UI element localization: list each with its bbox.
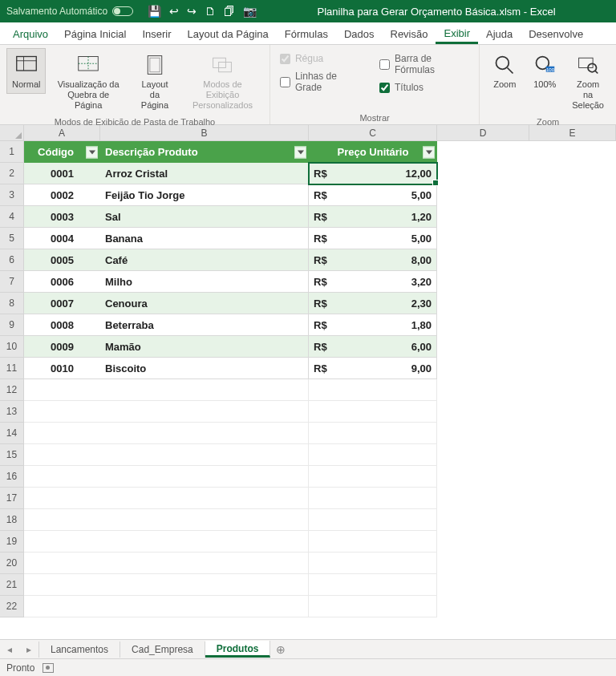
row-header[interactable]: 4 xyxy=(0,206,24,228)
row-header[interactable]: 14 xyxy=(0,423,24,444)
row-header[interactable]: 7 xyxy=(0,271,24,293)
cell-codigo[interactable]: 0005 xyxy=(24,249,100,271)
open-file-icon[interactable]: 🗍 xyxy=(224,5,235,18)
cell-codigo[interactable]: 0010 xyxy=(24,358,100,379)
row-header[interactable]: 10 xyxy=(0,336,24,358)
cell-codigo[interactable]: 0006 xyxy=(24,271,100,293)
cell-descricao[interactable]: Feijão Tio Jorge xyxy=(100,184,309,206)
row-header[interactable]: 1 xyxy=(0,141,24,163)
cell-descricao[interactable]: Café xyxy=(100,249,309,271)
header-descricao[interactable]: Descrição Produto xyxy=(100,141,309,163)
filter-icon[interactable] xyxy=(294,146,306,158)
tab-file[interactable]: Arquivo xyxy=(5,24,56,44)
cell-descricao[interactable]: Milho xyxy=(100,271,309,293)
cell-descricao[interactable]: Mamão xyxy=(100,336,309,358)
sheet-tab-lancamentos[interactable]: Lancamentos xyxy=(38,642,120,658)
cell-preco[interactable]: R$5,00 xyxy=(309,184,437,206)
cell-codigo[interactable]: 0003 xyxy=(24,206,100,228)
cell-preco[interactable]: R$5,00 xyxy=(309,228,437,249)
row-header[interactable]: 21 xyxy=(0,574,24,596)
cell-codigo[interactable]: 0002 xyxy=(24,184,100,206)
row-header[interactable]: 13 xyxy=(0,401,24,423)
row-header[interactable]: 8 xyxy=(0,293,24,314)
page-layout-button[interactable]: Layout da Página xyxy=(131,48,179,115)
filter-icon[interactable] xyxy=(423,146,435,158)
col-header-A[interactable]: A xyxy=(24,125,100,140)
row-header[interactable]: 17 xyxy=(0,488,24,509)
row-header[interactable]: 16 xyxy=(0,466,24,488)
row-header[interactable]: 5 xyxy=(0,228,24,249)
cell-descricao[interactable]: Cenoura xyxy=(100,293,309,314)
macro-record-icon[interactable] xyxy=(43,663,54,673)
normal-view-button[interactable]: Normal xyxy=(6,48,46,94)
sheet-tab-produtos[interactable]: Produtos xyxy=(205,641,271,658)
cell-descricao[interactable]: Banana xyxy=(100,228,309,249)
new-file-icon[interactable]: 🗋 xyxy=(205,5,216,18)
grid[interactable]: 1 Código Descrição Produto Preço Unitári… xyxy=(0,141,616,639)
header-codigo[interactable]: Código xyxy=(24,141,100,163)
cell-codigo[interactable]: 0008 xyxy=(24,314,100,336)
cell-descricao[interactable]: Arroz Cristal xyxy=(100,163,309,184)
col-header-C[interactable]: C xyxy=(309,125,437,140)
row-header[interactable]: 20 xyxy=(0,553,24,574)
cell-descricao[interactable]: Biscoito xyxy=(100,358,309,379)
header-preco[interactable]: Preço Unitário xyxy=(309,141,437,163)
tab-insert[interactable]: Inserir xyxy=(134,24,179,44)
row-header[interactable]: 12 xyxy=(0,379,24,401)
row-header[interactable]: 11 xyxy=(0,358,24,379)
cell-preco[interactable]: R$8,00 xyxy=(309,249,437,271)
camera-icon[interactable]: 📷 xyxy=(243,5,257,18)
cell-preco[interactable]: R$12,00 xyxy=(309,163,437,184)
row-header[interactable]: 19 xyxy=(0,531,24,553)
save-icon[interactable]: 💾 xyxy=(148,5,161,18)
tab-scroll-left-icon[interactable]: ◂ xyxy=(0,644,19,655)
headings-checkbox[interactable]: Títulos xyxy=(379,80,469,95)
tab-page-layout[interactable]: Layout da Página xyxy=(180,24,277,44)
cell-descricao[interactable]: Sal xyxy=(100,206,309,228)
row-header[interactable]: 9 xyxy=(0,314,24,336)
cell-preco[interactable]: R$1,80 xyxy=(309,314,437,336)
col-header-D[interactable]: D xyxy=(437,125,529,140)
col-header-B[interactable]: B xyxy=(100,125,309,140)
tab-scroll-right-icon[interactable]: ▸ xyxy=(19,644,38,655)
redo-icon[interactable]: ↪ xyxy=(187,5,197,18)
gridlines-checkbox[interactable]: Linhas de Grade xyxy=(280,69,362,95)
formula-bar-checkbox[interactable]: Barra de Fórmulas xyxy=(379,51,469,77)
col-header-E[interactable]: E xyxy=(529,125,616,140)
cell-preco[interactable]: R$2,30 xyxy=(309,293,437,314)
row-header[interactable]: 3 xyxy=(0,184,24,206)
sheet-tab-cad-empresa[interactable]: Cad_Empresa xyxy=(120,642,205,658)
tab-review[interactable]: Revisão xyxy=(383,24,436,44)
row-header[interactable]: 18 xyxy=(0,509,24,531)
cell-preco[interactable]: R$9,00 xyxy=(309,358,437,379)
cell-codigo[interactable]: 0007 xyxy=(24,293,100,314)
filter-icon[interactable] xyxy=(86,146,98,158)
toggle-switch-icon[interactable] xyxy=(112,6,133,16)
tab-view[interactable]: Exibir xyxy=(436,23,478,44)
cell-preco[interactable]: R$1,20 xyxy=(309,206,437,228)
cell-codigo[interactable]: 0009 xyxy=(24,336,100,358)
cell-codigo[interactable]: 0001 xyxy=(24,163,100,184)
tab-formulas[interactable]: Fórmulas xyxy=(277,24,336,44)
tab-help[interactable]: Ajuda xyxy=(478,24,521,44)
row-header[interactable]: 2 xyxy=(0,163,24,184)
cell-descricao[interactable]: Beterraba xyxy=(100,314,309,336)
cell-preco[interactable]: R$6,00 xyxy=(309,336,437,358)
cell-preco[interactable]: R$3,20 xyxy=(309,271,437,293)
add-sheet-button[interactable]: ⊕ xyxy=(270,643,291,656)
tab-home[interactable]: Página Inicial xyxy=(56,24,134,44)
row-header[interactable]: 6 xyxy=(0,249,24,271)
page-break-preview-button[interactable]: Visualização da Quebra de Página xyxy=(49,48,127,115)
tab-developer[interactable]: Desenvolve xyxy=(521,24,591,44)
autosave-toggle[interactable]: Salvamento Automático xyxy=(6,6,133,17)
cell-codigo[interactable]: 0004 xyxy=(24,228,100,249)
zoom-selection-button[interactable]: Zoom na Seleção xyxy=(566,48,610,115)
row-header[interactable]: 22 xyxy=(0,596,24,617)
zoom-button[interactable]: Zoom xyxy=(486,48,523,94)
select-all-corner[interactable] xyxy=(0,125,24,140)
row-header[interactable]: 15 xyxy=(0,444,24,466)
svg-line-11 xyxy=(508,68,513,74)
undo-icon[interactable]: ↩ xyxy=(169,5,179,18)
tab-data[interactable]: Dados xyxy=(336,24,383,44)
zoom-100-button[interactable]: 100 100% xyxy=(526,48,563,94)
